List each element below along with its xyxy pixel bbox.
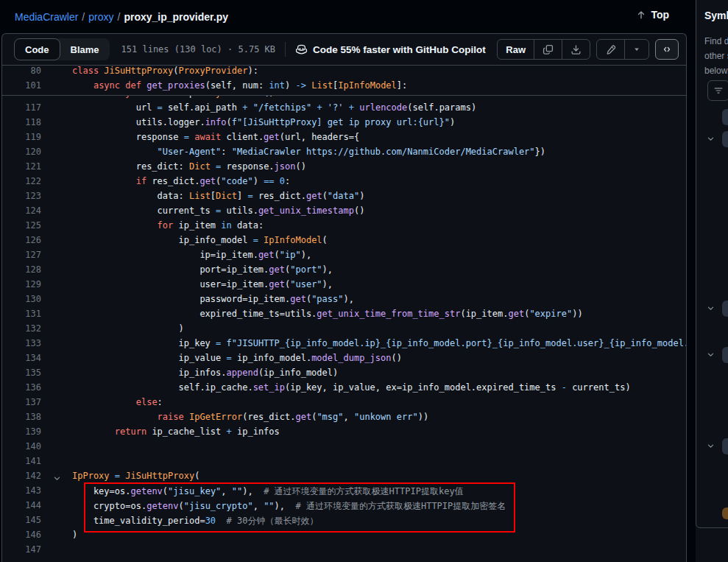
download-raw-button[interactable]: [562, 40, 590, 59]
code-text: utils.logger.info(f"[JiSuHttpProxy] get …: [72, 117, 455, 132]
line-number[interactable]: 147: [2, 544, 41, 559]
symbol-item[interactable]: [696, 438, 728, 454]
line-number[interactable]: 127: [2, 250, 41, 264]
code-line: 122 if res_dict.get("code") == 0:: [2, 176, 686, 191]
line-number[interactable]: 125: [2, 220, 41, 235]
code-text: raise IpGetError(res_dict.get("msg", "un…: [72, 412, 428, 426]
line-number[interactable]: 124: [2, 206, 41, 220]
line-number[interactable]: 128: [2, 264, 41, 279]
symbol-item[interactable]: [696, 347, 728, 363]
gutter-space: [41, 250, 72, 264]
symbols-filter-button[interactable]: [707, 80, 728, 101]
chevron-down-icon[interactable]: [707, 304, 715, 312]
code-text: ip_info_model = IpInfoModel(: [72, 235, 328, 250]
line-number[interactable]: 130: [2, 294, 41, 309]
symbol-pill[interactable]: [722, 131, 728, 147]
breadcrumb-folder-link[interactable]: proxy: [88, 11, 113, 23]
breadcrumb-repo-link[interactable]: MediaCrawler: [15, 11, 78, 23]
line-number[interactable]: 129: [2, 279, 41, 294]
symbol-item[interactable]: [696, 131, 728, 147]
top-bar: MediaCrawler / proxy / proxy_ip_provider…: [0, 0, 696, 33]
symbol-pill[interactable]: [722, 301, 728, 317]
gutter-space: [41, 500, 72, 515]
tab-code[interactable]: Code: [14, 38, 60, 60]
copy-raw-button[interactable]: [534, 40, 562, 59]
line-number[interactable]: 135: [2, 368, 41, 382]
copilot-banner[interactable]: Code 55% faster with GitHub Copilot: [295, 43, 486, 56]
scroll-to-top-button[interactable]: Top: [636, 9, 669, 21]
line-number[interactable]: 117: [2, 102, 41, 117]
code-text: self.ip_cache.set_ip(ip_key, ip_value, e…: [72, 382, 631, 397]
gutter-space: [41, 323, 72, 338]
code-text: expired_time_ts=utils.get_unix_time_from…: [72, 309, 583, 323]
chevron-down-icon[interactable]: [707, 351, 715, 359]
symbol-item[interactable]: [696, 505, 728, 521]
tab-blame[interactable]: Blame: [60, 38, 110, 60]
edit-options-dropdown[interactable]: [625, 40, 649, 59]
gutter-space: [41, 309, 72, 323]
line-number[interactable]: 119: [2, 132, 41, 147]
download-icon: [570, 44, 582, 55]
line-number[interactable]: 101: [2, 80, 41, 95]
code-text: password=ip_item.get("pass"),: [72, 294, 354, 309]
line-number[interactable]: 123: [2, 191, 41, 206]
raw-button[interactable]: Raw: [498, 40, 534, 59]
file-header: Code Blame 151 lines (130 loc) · 5.75 KB…: [2, 34, 686, 66]
line-number[interactable]: 144: [2, 500, 41, 515]
line-number[interactable]: 145: [2, 515, 41, 530]
gutter-space: [41, 191, 72, 206]
symbol-pill[interactable]: [722, 109, 728, 125]
symbol-item[interactable]: [696, 301, 728, 317]
line-number[interactable]: 132: [2, 323, 41, 338]
line-number[interactable]: 138: [2, 412, 41, 426]
collapse-chevron-icon[interactable]: [41, 471, 72, 485]
line-number[interactable]: 80: [2, 66, 41, 80]
line-number[interactable]: 140: [2, 441, 41, 456]
code-text: ip=ip_item.get("ip"),: [72, 250, 311, 264]
code-line: 143 key=os.getenv("jisu_key", ""), # 通过环…: [2, 485, 686, 500]
sticky-scope-header: 80class JiSuHttpProxy(ProxyProvider):101…: [2, 66, 686, 96]
line-number[interactable]: 142: [2, 471, 41, 485]
line-number[interactable]: 136: [2, 382, 41, 397]
line-number[interactable]: 134: [2, 353, 41, 368]
copilot-icon: [295, 43, 308, 56]
gutter-space: [41, 338, 72, 353]
line-number[interactable]: 118: [2, 117, 41, 132]
code-text: port=ip_item.get("port"),: [72, 264, 333, 279]
symbol-pill-accent[interactable]: [722, 507, 728, 519]
line-number[interactable]: 120: [2, 147, 41, 161]
symbol-pill[interactable]: [722, 347, 728, 363]
code-line: 141: [2, 456, 686, 471]
line-number[interactable]: 143: [2, 485, 41, 500]
gutter-space: [41, 161, 72, 176]
gutter-space: [41, 456, 72, 471]
code-line: 126 ip_info_model = IpInfoModel(: [2, 235, 686, 250]
code-line: 124 current_ts = utils.get_unix_timestam…: [2, 206, 686, 220]
code-line: 138 raise IpGetError(res_dict.get("msg",…: [2, 412, 686, 426]
edit-file-button[interactable]: [597, 40, 625, 59]
chevron-down-icon[interactable]: [707, 135, 715, 143]
line-number[interactable]: 141: [2, 456, 41, 471]
symbols-panel: Symbols Find definitions and references …: [696, 0, 728, 562]
gutter-space: [41, 117, 72, 132]
line-number[interactable]: 122: [2, 176, 41, 191]
code-line: 139 return ip_cache_list + ip_infos: [2, 426, 686, 441]
line-number[interactable]: 121: [2, 161, 41, 176]
symbol-pill[interactable]: [722, 438, 728, 454]
gutter-space: [41, 530, 72, 544]
line-number[interactable]: 131: [2, 309, 41, 323]
code-text: "User-Agent": "MediaCrawler https://gith…: [72, 147, 545, 161]
chevron-down-icon[interactable]: [707, 442, 715, 450]
line-number[interactable]: 146: [2, 530, 41, 544]
code-text: async def get_proxies(self, num: int) ->…: [72, 80, 407, 95]
line-number[interactable]: 126: [2, 235, 41, 250]
code-text: for ip_item in data:: [72, 220, 264, 235]
line-number[interactable]: 139: [2, 426, 41, 441]
code-text: ip_infos.append(ip_info_model): [72, 368, 338, 382]
symbol-item[interactable]: [696, 109, 728, 125]
code-line: 133 ip_key = f"JISUHTTP_{ip_info_model.i…: [2, 338, 686, 353]
line-number[interactable]: 137: [2, 397, 41, 412]
code-line: 131 expired_time_ts=utils.get_unix_time_…: [2, 309, 686, 323]
line-number[interactable]: 133: [2, 338, 41, 353]
symbols-panel-toggle-button[interactable]: [655, 39, 679, 60]
